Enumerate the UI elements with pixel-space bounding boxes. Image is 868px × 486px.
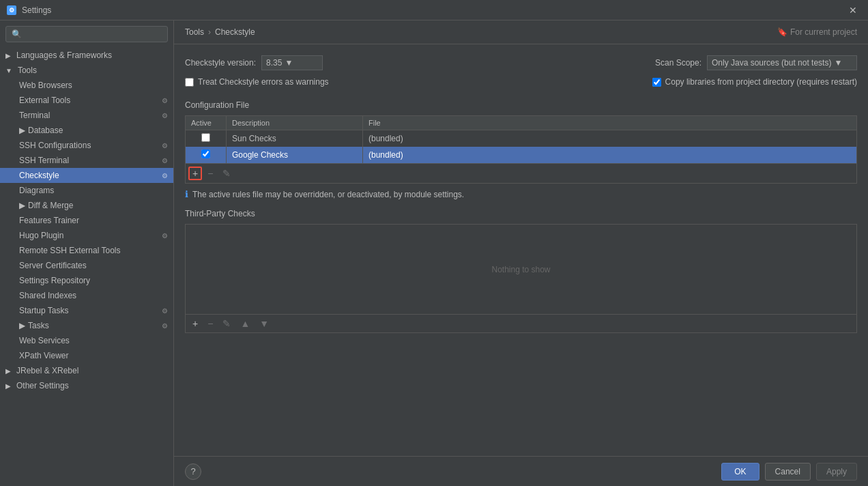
config-table: Active Description File Sun Checks (bund… xyxy=(185,115,857,164)
scan-scope-value: Only Java sources (but not tests) xyxy=(712,58,831,68)
sidebar-item-xpath-viewer[interactable]: XPath Viewer xyxy=(0,348,173,363)
for-project-indicator: 🔖 For current project xyxy=(777,27,857,37)
row-active-cell xyxy=(186,147,227,164)
remove-third-party-button[interactable]: − xyxy=(203,317,217,330)
sidebar-item-database[interactable]: ▶ Database xyxy=(0,123,173,138)
sidebar-item-label: Other Settings xyxy=(16,381,69,390)
scan-scope-dropdown[interactable]: Only Java sources (but not tests) ▼ xyxy=(707,55,857,70)
close-button[interactable]: ✕ xyxy=(845,3,861,17)
checkstyle-version-label: Checkstyle version: xyxy=(185,58,256,68)
settings-icon: ⚙ xyxy=(162,112,168,119)
sidebar-item-label: Hugo Plugin xyxy=(19,231,63,240)
sidebar-item-checkstyle[interactable]: Checkstyle ⚙ xyxy=(0,168,173,183)
up-third-party-button[interactable]: ▲ xyxy=(236,317,254,330)
expand-arrow: ▶ xyxy=(5,382,11,390)
row-active-checkbox[interactable] xyxy=(201,133,210,142)
title-bar-left: ⚙ Settings xyxy=(7,5,51,15)
sidebar-item-tools[interactable]: ▼ Tools xyxy=(0,63,173,78)
down-third-party-button[interactable]: ▼ xyxy=(255,317,273,330)
col-header-active: Active xyxy=(186,116,227,130)
info-icon: ℹ xyxy=(185,189,188,199)
nothing-to-show-label: Nothing to show xyxy=(491,265,550,274)
sidebar-item-shared-indexes[interactable]: Shared Indexes xyxy=(0,288,173,303)
settings-icon: ⚙ xyxy=(162,172,168,180)
settings-window: ⚙ Settings ✕ ▶ Languages & Frameworks ▼ … xyxy=(0,0,868,486)
sidebar-item-settings-repository[interactable]: Settings Repository xyxy=(0,273,173,288)
sidebar-item-features-trainer[interactable]: Features Trainer xyxy=(0,213,173,228)
sidebar-item-label: External Tools xyxy=(19,96,70,105)
expand-arrow: ▶ xyxy=(5,52,11,59)
sidebar-item-label: Languages & Frameworks xyxy=(16,51,112,60)
settings-icon: ⚙ xyxy=(162,157,168,165)
sidebar-item-remote-ssh[interactable]: Remote SSH External Tools xyxy=(0,243,173,258)
sidebar-item-label: Tasks xyxy=(28,321,49,330)
search-input[interactable] xyxy=(5,26,168,42)
edit-config-button[interactable]: ✎ xyxy=(218,167,235,180)
cancel-button[interactable]: Cancel xyxy=(765,463,811,481)
settings-icon: ⚙ xyxy=(162,97,168,104)
sidebar-item-diff-merge[interactable]: ▶ Diff & Merge xyxy=(0,198,173,213)
info-message: The active rules file may be overridden,… xyxy=(192,190,464,199)
scan-scope-label: Scan Scope: xyxy=(655,58,701,68)
settings-icon: ⚙ xyxy=(162,322,168,330)
row-active-checkbox[interactable] xyxy=(201,149,210,158)
sidebar-item-terminal[interactable]: Terminal ⚙ xyxy=(0,108,173,123)
sidebar-item-label: Checkstyle xyxy=(19,171,59,180)
config-table-toolbar: + − ✎ xyxy=(185,164,857,184)
sidebar-item-server-certificates[interactable]: Server Certificates xyxy=(0,258,173,273)
for-project-label: For current project xyxy=(790,27,857,37)
table-row-selected[interactable]: Google Checks (bundled) xyxy=(186,147,857,164)
sidebar-item-label: Terminal xyxy=(19,111,50,120)
remove-config-button[interactable]: − xyxy=(203,167,217,180)
treat-errors-checkbox[interactable] xyxy=(185,78,194,87)
dropdown-arrow: ▼ xyxy=(834,58,842,68)
sidebar-item-other-settings[interactable]: ▶ Other Settings xyxy=(0,378,173,393)
sidebar: ▶ Languages & Frameworks ▼ Tools Web Bro… xyxy=(0,20,174,486)
sidebar-item-label: Startup Tasks xyxy=(19,306,68,315)
main-panel: Tools › Checkstyle 🔖 For current project… xyxy=(174,20,868,486)
copy-libraries-checkbox[interactable] xyxy=(652,78,661,87)
breadcrumb: Tools › Checkstyle 🔖 For current project xyxy=(174,20,868,44)
footer: ? OK Cancel Apply xyxy=(174,456,868,486)
third-party-section: Nothing to show + − ✎ ▲ ▼ xyxy=(185,224,857,333)
sidebar-items: ▶ Languages & Frameworks ▼ Tools Web Bro… xyxy=(0,48,173,486)
expand-arrow: ▶ xyxy=(19,126,25,135)
sidebar-item-web-browsers[interactable]: Web Browsers xyxy=(0,78,173,93)
sidebar-item-label: Database xyxy=(28,126,63,135)
sidebar-item-label: Tools xyxy=(18,66,37,75)
apply-button[interactable]: Apply xyxy=(816,463,857,481)
add-config-button[interactable]: + xyxy=(188,167,202,180)
version-value: 8.35 xyxy=(266,58,282,68)
sidebar-item-startup-tasks[interactable]: Startup Tasks ⚙ xyxy=(0,303,173,318)
help-button[interactable]: ? xyxy=(185,463,201,480)
sidebar-item-label: Web Services xyxy=(19,336,70,345)
sidebar-item-tasks[interactable]: ▶ Tasks ⚙ xyxy=(0,318,173,333)
top-settings-row: Checkstyle version: 8.35 ▼ Scan Scope: O… xyxy=(185,55,857,70)
title-bar: ⚙ Settings ✕ xyxy=(0,0,868,20)
sidebar-item-languages-frameworks[interactable]: ▶ Languages & Frameworks xyxy=(0,48,173,63)
sidebar-item-ssh-terminal[interactable]: SSH Terminal ⚙ xyxy=(0,153,173,168)
col-header-file: File xyxy=(363,116,857,130)
edit-third-party-button[interactable]: ✎ xyxy=(218,317,235,330)
info-row: ℹ The active rules file may be overridde… xyxy=(185,189,857,199)
expand-arrow: ▶ xyxy=(19,321,25,330)
sidebar-item-label: Features Trainer xyxy=(19,216,79,225)
ok-button[interactable]: OK xyxy=(721,463,759,481)
add-third-party-button[interactable]: + xyxy=(188,317,202,330)
sidebar-item-web-services[interactable]: Web Services xyxy=(0,333,173,348)
sidebar-item-label: Server Certificates xyxy=(19,261,87,270)
row-description-cell: Sun Checks xyxy=(227,130,363,147)
content-area: Checkstyle version: 8.35 ▼ Scan Scope: O… xyxy=(174,44,868,456)
version-dropdown[interactable]: 8.35 ▼ xyxy=(261,55,323,70)
copy-libraries-label: Copy libraries from project directory (r… xyxy=(665,77,857,87)
sidebar-item-external-tools[interactable]: External Tools ⚙ xyxy=(0,93,173,108)
third-party-title: Third-Party Checks xyxy=(185,209,857,218)
sidebar-item-jrebel[interactable]: ▶ JRebel & XRebel xyxy=(0,363,173,378)
sidebar-item-diagrams[interactable]: Diagrams xyxy=(0,183,173,198)
settings-icon: ⚙ xyxy=(162,232,168,240)
sidebar-item-label: Web Browsers xyxy=(19,81,72,90)
expand-arrow: ▶ xyxy=(19,201,25,210)
sidebar-item-hugo-plugin[interactable]: Hugo Plugin ⚙ xyxy=(0,228,173,243)
sidebar-item-ssh-configurations[interactable]: SSH Configurations ⚙ xyxy=(0,138,173,153)
table-row[interactable]: Sun Checks (bundled) xyxy=(186,130,857,147)
